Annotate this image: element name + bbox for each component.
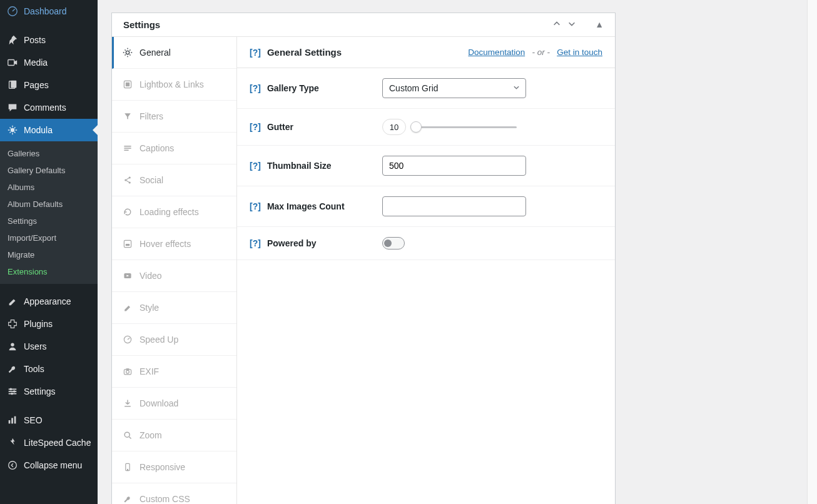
tab-video[interactable]: Video bbox=[112, 260, 236, 292]
powered-by-toggle[interactable] bbox=[382, 237, 405, 249]
panel-move-up-icon[interactable] bbox=[552, 19, 561, 30]
menu-media[interactable]: Media bbox=[0, 51, 98, 74]
help-icon[interactable]: [?] bbox=[250, 122, 261, 132]
submenu-album-defaults[interactable]: Album Defaults bbox=[0, 196, 98, 213]
svg-point-34 bbox=[127, 469, 128, 470]
tab-captions[interactable]: Captions bbox=[112, 133, 236, 164]
menu-users[interactable]: Users bbox=[0, 335, 98, 358]
menu-label: Plugins bbox=[24, 319, 53, 329]
loading-icon bbox=[122, 206, 133, 218]
menu-appearance[interactable]: Appearance bbox=[0, 290, 98, 313]
help-icon[interactable]: [?] bbox=[250, 201, 261, 211]
menu-label: Media bbox=[24, 58, 48, 68]
gutter-slider[interactable] bbox=[414, 126, 517, 128]
gutter-value[interactable]: 10 bbox=[382, 119, 406, 135]
menu-plugins[interactable]: Plugins bbox=[0, 313, 98, 335]
svg-rect-26 bbox=[126, 244, 129, 246]
menu-label: Pages bbox=[24, 80, 49, 90]
submenu-gallery-defaults[interactable]: Gallery Defaults bbox=[0, 162, 98, 179]
menu-label: Dashboard bbox=[24, 6, 67, 16]
settings-tabs: General Lightbox & Links Filters bbox=[112, 37, 237, 504]
menu-pages[interactable]: Pages bbox=[0, 74, 98, 96]
tab-label: EXIF bbox=[140, 366, 159, 376]
panel-controls: ▲ bbox=[552, 19, 604, 30]
exif-icon bbox=[122, 366, 133, 377]
menu-settings[interactable]: Settings bbox=[0, 380, 98, 403]
help-icon[interactable]: [?] bbox=[250, 161, 261, 171]
tab-download[interactable]: Download bbox=[112, 388, 236, 420]
tab-label: Style bbox=[140, 303, 159, 313]
panel-toggle-icon[interactable]: ▲ bbox=[595, 19, 604, 30]
modula-icon bbox=[6, 124, 19, 136]
modula-submenu: Galleries Gallery Defaults Albums Album … bbox=[0, 141, 98, 284]
submenu-galleries[interactable]: Galleries bbox=[0, 145, 98, 162]
tab-label: Filters bbox=[140, 111, 163, 121]
svg-point-32 bbox=[124, 432, 129, 437]
users-icon bbox=[6, 340, 19, 353]
help-icon[interactable]: [?] bbox=[250, 48, 261, 58]
menu-label: Appearance bbox=[24, 296, 71, 306]
menu-seo[interactable]: SEO bbox=[0, 409, 98, 431]
settings-panel: Settings ▲ General bbox=[111, 13, 616, 504]
setting-thumbnail-size: [?] Thumbnail Size bbox=[237, 146, 615, 186]
gallery-type-value: Custom Grid bbox=[382, 78, 526, 98]
submenu-settings[interactable]: Settings bbox=[0, 213, 98, 229]
submenu-albums[interactable]: Albums bbox=[0, 179, 98, 196]
help-icon[interactable]: [?] bbox=[250, 83, 261, 93]
setting-gutter: [?] Gutter 10 bbox=[237, 109, 615, 146]
svg-rect-3 bbox=[11, 81, 16, 88]
pin-icon bbox=[6, 34, 19, 46]
menu-litespeed[interactable]: LiteSpeed Cache bbox=[0, 431, 98, 454]
menu-dashboard[interactable]: Dashboard bbox=[0, 0, 98, 23]
toggle-knob bbox=[384, 239, 392, 247]
panel-body: General Lightbox & Links Filters bbox=[112, 37, 615, 504]
tab-label: Video bbox=[140, 271, 162, 281]
label-gutter: Gutter bbox=[267, 122, 293, 132]
menu-tools[interactable]: Tools bbox=[0, 358, 98, 380]
get-in-touch-link[interactable]: Get in touch bbox=[557, 48, 602, 57]
page-scrollbar[interactable] bbox=[807, 0, 817, 504]
tab-custom-css[interactable]: Custom CSS bbox=[112, 483, 236, 504]
tab-filters[interactable]: Filters bbox=[112, 101, 236, 133]
main-content: Settings ▲ General bbox=[98, 0, 807, 504]
slider-thumb[interactable] bbox=[410, 121, 422, 133]
svg-rect-12 bbox=[9, 420, 11, 423]
setting-max-images: [?] Max Images Count bbox=[237, 186, 615, 227]
tab-label: Responsive bbox=[140, 462, 185, 472]
tab-social[interactable]: Social bbox=[112, 164, 236, 196]
setting-powered-by: [?] Powered by bbox=[237, 227, 615, 260]
submenu-import-export[interactable]: Import/Export bbox=[0, 229, 98, 246]
panel-move-down-icon[interactable] bbox=[567, 19, 576, 30]
menu-label: Comments bbox=[24, 103, 66, 113]
responsive-icon bbox=[122, 461, 133, 473]
submenu-migrate[interactable]: Migrate bbox=[0, 246, 98, 263]
tab-responsive[interactable]: Responsive bbox=[112, 451, 236, 483]
menu-posts[interactable]: Posts bbox=[0, 29, 98, 51]
max-images-input[interactable] bbox=[382, 196, 526, 216]
tab-exif[interactable]: EXIF bbox=[112, 356, 236, 388]
help-icon[interactable]: [?] bbox=[250, 238, 261, 248]
tab-lightbox[interactable]: Lightbox & Links bbox=[112, 69, 236, 101]
label-thumbnail-size: Thumbnail Size bbox=[267, 161, 332, 171]
menu-modula[interactable]: Modula bbox=[0, 119, 98, 141]
tab-style[interactable]: Style bbox=[112, 292, 236, 324]
menu-collapse[interactable]: Collapse menu bbox=[0, 454, 98, 476]
tab-hover-effects[interactable]: Hover effects bbox=[112, 228, 236, 260]
tab-general[interactable]: General bbox=[112, 37, 236, 69]
tab-speed-up[interactable]: Speed Up bbox=[112, 324, 236, 356]
wp-admin-sidebar: Dashboard Posts Media Pages Comments Mod… bbox=[0, 0, 98, 504]
submenu-extensions[interactable]: Extensions bbox=[0, 263, 98, 280]
thumbnail-size-input[interactable] bbox=[382, 156, 526, 176]
gallery-type-select[interactable]: Custom Grid bbox=[382, 78, 526, 98]
litespeed-icon bbox=[6, 436, 19, 449]
menu-comments[interactable]: Comments bbox=[0, 96, 98, 119]
gear-icon bbox=[122, 47, 133, 58]
pages-icon bbox=[6, 79, 19, 91]
tab-label: Loading effects bbox=[140, 207, 199, 217]
tab-zoom[interactable]: Zoom bbox=[112, 420, 236, 451]
panel-title: Settings bbox=[123, 19, 160, 30]
documentation-link[interactable]: Documentation bbox=[468, 48, 525, 57]
tab-loading-effects[interactable]: Loading effects bbox=[112, 196, 236, 228]
download-icon bbox=[122, 398, 133, 409]
svg-rect-13 bbox=[11, 418, 13, 423]
